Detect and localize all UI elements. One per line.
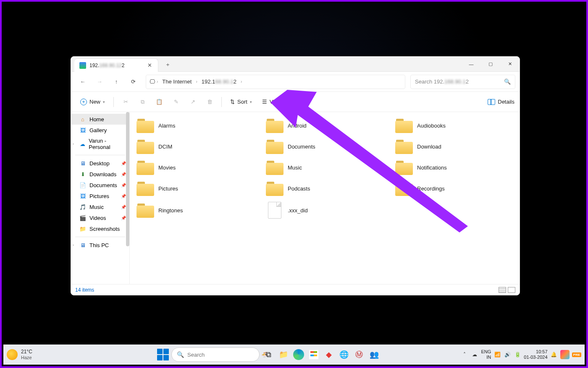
sidebar-item-videos[interactable]: 🎬Videos📌 [71,212,129,223]
pin-icon: 📌 [121,216,126,220]
new-button[interactable]: + New ▾ [76,95,109,109]
folder-icon [136,118,154,133]
store-taskbar-button[interactable] [307,348,320,361]
close-tab-button[interactable]: ✕ [144,62,155,68]
sidebar-item-desktop[interactable]: 🖥Desktop📌 [71,158,129,169]
details-view-button[interactable] [499,287,506,293]
plus-icon: + [80,99,87,105]
minimize-button[interactable]: — [462,57,481,71]
delete-button[interactable]: 🗑 [202,95,217,109]
copy-button[interactable]: ⧉ [135,95,150,109]
sidebar-item-screenshots[interactable]: 📁Screenshots [71,223,129,234]
window-tab[interactable]: 192.168.90.122 ✕ [74,58,158,72]
explorer-taskbar-button[interactable]: 📁 [277,348,290,361]
folder-icon: 📁 [79,225,86,232]
forward-button[interactable]: → [92,74,107,89]
notification-icon[interactable]: 🔔 [550,351,558,358]
sidebar-item-thispc[interactable]: ›🖥This PC [71,240,129,251]
paste-button[interactable]: 📋 [152,95,167,109]
file-item[interactable]: .xxx_did [264,200,385,220]
copy-icon: ⧉ [141,99,144,105]
monitor-icon: 🖵 [150,78,155,85]
folder-item[interactable]: Ringtones [135,200,256,220]
edge-taskbar-button[interactable] [292,348,305,361]
folder-icon [395,181,413,196]
sidebar-item-home[interactable]: ⌂Home [71,114,129,125]
item-label: .xxx_did [288,207,308,214]
task-view-button[interactable]: ⧉ [262,348,275,361]
clock[interactable]: 10:57 01-03-2024 [524,349,547,360]
breadcrumb-root[interactable]: The Internet [160,78,194,85]
folder-icon [395,160,413,175]
search-icon: 🔍 [177,351,184,358]
folder-item[interactable]: Notifications [394,158,514,177]
rename-button[interactable]: ✎ [168,95,184,109]
sidebar-item-pictures[interactable]: 🖼Pictures📌 [71,191,129,201]
folder-icon [395,118,413,133]
weather-icon [7,349,18,360]
teams-taskbar-button[interactable]: 👥 [368,348,381,361]
mcafee-taskbar-button[interactable]: Ⓜ [353,348,365,361]
chevron-down-icon: ▾ [250,100,252,104]
music-icon: 🎵 [79,204,86,210]
folder-item[interactable]: Movies [135,158,256,177]
tray-chevron-icon[interactable]: ˄ [461,351,468,358]
weather-widget[interactable]: 21°C Haze [21,349,32,360]
share-button[interactable]: ↗ [185,95,200,109]
taskbar-search[interactable]: 🔍 🍜 [171,347,260,362]
address-bar[interactable]: 🖵 › The Internet › 192.168.90.12 › [146,75,405,89]
breadcrumb-ip[interactable]: 192.168.90.12 [199,78,239,85]
sidebar-item-gallery[interactable]: 🖼Gallery [71,125,129,136]
volume-icon[interactable]: 🔊 [504,351,511,358]
details-button[interactable]: Details [488,99,514,105]
chevron-down-icon: ▾ [103,100,105,104]
sidebar-item-onedrive[interactable]: ›☁Varun - Personal [71,136,129,152]
refresh-button[interactable]: ⟳ [126,74,141,89]
document-icon: 📄 [79,182,86,188]
sort-icon: ⇅ [230,99,235,105]
wifi-icon[interactable]: 📶 [494,351,501,358]
pin-icon: 📌 [121,172,126,177]
pin-icon: 📌 [121,194,126,198]
copilot-button[interactable] [560,350,570,359]
onedrive-tray-icon[interactable]: ☁ [471,351,478,358]
folder-item[interactable]: Audiobooks [394,116,514,135]
item-label: Audiobooks [417,123,446,129]
sidebar-item-music[interactable]: 🎵Music📌 [71,201,129,212]
folder-item[interactable]: Music [264,158,385,177]
language-indicator[interactable]: ENG IN [481,349,491,360]
scrollbar[interactable] [126,112,129,246]
cut-button[interactable]: ✂ [118,95,133,109]
sort-button[interactable]: ⇅ Sort ▾ [226,95,256,109]
search-box[interactable]: Search 192.168.90.12 🔍 [410,75,515,89]
folder-item[interactable]: Pictures [135,179,256,198]
icons-view-button[interactable] [508,287,515,293]
view-button[interactable]: ☰ View ▾ [258,95,290,109]
item-label: Ringtones [158,207,183,214]
app-taskbar-button[interactable]: 🌐 [338,348,350,361]
close-window-button[interactable]: ✕ [500,57,520,71]
back-button[interactable]: ← [75,74,90,89]
item-label: Documents [288,144,315,150]
folder-item[interactable]: Podcasts [264,179,385,198]
chevron-right-icon: › [241,79,242,84]
up-button[interactable]: ↑ [109,74,124,89]
item-label: Download [417,144,441,150]
view-icon: ☰ [262,99,267,105]
folder-item[interactable]: Android [264,116,385,135]
folder-item[interactable]: Download [394,137,514,156]
item-label: Alarms [158,123,175,129]
pictures-icon: 🖼 [79,193,86,199]
battery-icon[interactable]: 🔋 [514,351,521,358]
folder-item[interactable]: DCIM [135,137,256,156]
sidebar-item-documents[interactable]: 📄Documents📌 [71,180,129,191]
folder-item[interactable]: Documents [264,137,385,156]
folder-item[interactable]: Alarms [135,116,256,135]
new-tab-button[interactable]: ＋ [162,59,173,70]
maximize-button[interactable]: ▢ [481,57,500,71]
folder-item[interactable]: Recordings [394,179,514,198]
sidebar-item-downloads[interactable]: ⬇Downloads📌 [71,169,129,180]
app-taskbar-button[interactable]: ◆ [323,348,335,361]
start-button[interactable] [157,349,169,360]
taskbar-search-input[interactable] [187,352,258,358]
